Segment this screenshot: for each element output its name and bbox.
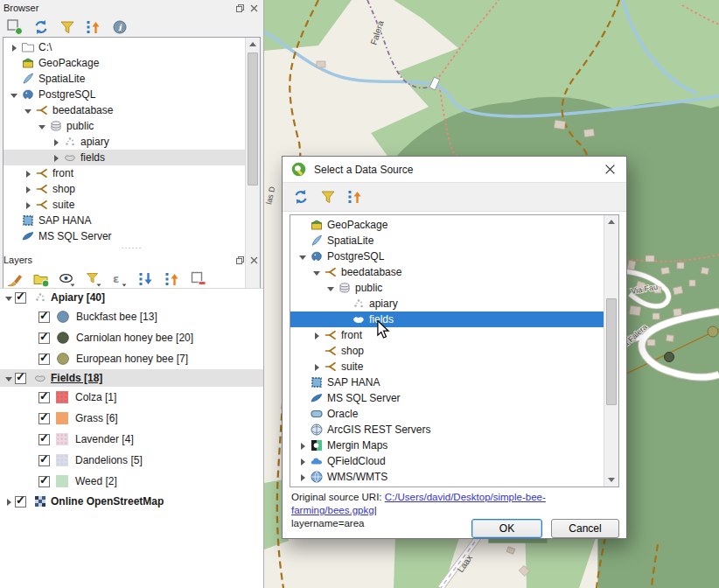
browser-item-postgresql[interactable]: PostgreSQL xyxy=(3,87,245,102)
browser-item-fields[interactable]: fields xyxy=(3,150,245,165)
map-marker-carniolan-bee[interactable] xyxy=(665,353,674,362)
layer-styling-button[interactable] xyxy=(5,270,24,289)
dialog-titlebar[interactable]: Select a Data Source xyxy=(283,157,626,183)
layer-item-european[interactable]: European honey bee [7] xyxy=(0,348,263,369)
layer-checkbox[interactable] xyxy=(38,476,50,487)
source-item-wms-wmts[interactable]: WMS/WMTS xyxy=(290,469,604,485)
layer-item-lavender[interactable]: Lavender [4] xyxy=(0,429,263,450)
chevron-right-icon[interactable] xyxy=(51,152,62,164)
layer-checkbox[interactable] xyxy=(38,332,50,344)
layer-item-carniolan[interactable]: Carniolan honey bee [20] xyxy=(0,327,263,348)
chevron-right-icon[interactable] xyxy=(23,184,34,195)
dialog-scrollbar[interactable] xyxy=(604,215,618,486)
source-item-qfieldcloud[interactable]: QFieldCloud xyxy=(290,453,604,469)
map-themes-button[interactable] xyxy=(58,270,77,289)
refresh-button[interactable] xyxy=(31,18,51,37)
source-item-suite[interactable]: suite xyxy=(290,359,604,374)
layer-checkbox[interactable] xyxy=(38,413,50,424)
source-item-ms-sql-server[interactable]: MS SQL Server xyxy=(290,390,604,406)
float-panel-icon[interactable] xyxy=(234,256,246,265)
expand-all-button[interactable] xyxy=(136,270,156,289)
chevron-down-icon[interactable] xyxy=(311,267,323,278)
remove-layer-button[interactable] xyxy=(189,270,208,289)
browser-item-geopackage[interactable]: GeoPackage xyxy=(3,55,245,71)
layer-checkbox[interactable] xyxy=(38,392,50,403)
source-item-shop[interactable]: shop xyxy=(290,343,604,359)
scrollbar-thumb[interactable] xyxy=(248,52,258,186)
source-item-public[interactable]: public xyxy=(290,280,604,296)
source-item-fields-selected[interactable]: fields xyxy=(290,312,604,327)
chevron-down-icon[interactable] xyxy=(3,373,15,384)
source-item-mergin-maps[interactable]: Mergin Maps xyxy=(290,438,604,453)
chevron-down-icon[interactable] xyxy=(9,89,20,101)
properties-widget-button[interactable] xyxy=(110,18,129,37)
source-item-arcgis[interactable]: ArcGIS REST Servers xyxy=(290,422,604,438)
source-item-sap-hana[interactable]: SAP HANA xyxy=(290,374,604,390)
browser-item-spatialite[interactable]: SpatiaLite xyxy=(3,71,245,87)
source-item-oracle[interactable]: Oracle xyxy=(290,406,604,422)
refresh-button[interactable] xyxy=(291,187,311,206)
collapse-all-button[interactable] xyxy=(84,18,103,37)
close-panel-icon[interactable] xyxy=(248,4,260,13)
source-item-spatialite[interactable]: SpatiaLite xyxy=(290,233,604,248)
filter-legend-button[interactable] xyxy=(84,270,103,289)
filter-button[interactable] xyxy=(318,187,338,206)
chevron-right-icon[interactable] xyxy=(23,168,34,179)
chevron-right-icon[interactable] xyxy=(23,200,34,211)
layer-item-grass[interactable]: Grass [6] xyxy=(0,408,263,429)
source-item-front[interactable]: front xyxy=(290,327,604,343)
close-panel-icon[interactable] xyxy=(248,256,260,265)
filter-browser-button[interactable] xyxy=(58,18,77,37)
layer-checkbox[interactable] xyxy=(38,455,50,466)
panel-splitter[interactable]: ······ xyxy=(0,246,263,252)
source-item-apiary[interactable]: apiary xyxy=(290,296,604,312)
chevron-right-icon[interactable] xyxy=(311,330,323,341)
layer-checkbox[interactable] xyxy=(38,354,50,365)
chevron-down-icon[interactable] xyxy=(37,121,48,132)
chevron-down-icon[interactable] xyxy=(297,251,309,262)
chevron-right-icon[interactable] xyxy=(297,472,309,483)
map-marker-european-bee[interactable] xyxy=(708,326,718,337)
source-item-beedatabase[interactable]: beedatabase xyxy=(290,264,604,280)
chevron-right-icon[interactable] xyxy=(297,440,309,452)
chevron-right-icon[interactable] xyxy=(297,456,309,467)
chevron-down-icon[interactable] xyxy=(3,292,15,304)
chevron-down-icon[interactable] xyxy=(23,105,34,116)
layer-item-osm[interactable]: Online OpenStreetMap xyxy=(0,492,263,511)
layer-item-colza[interactable]: Colza [1] xyxy=(0,387,263,408)
source-item-geopackage[interactable]: GeoPackage xyxy=(290,217,604,233)
scroll-down-icon[interactable] xyxy=(604,473,618,486)
scroll-up-icon[interactable] xyxy=(246,38,260,51)
browser-item-sap-hana[interactable]: SAP HANA xyxy=(3,213,245,228)
collapse-all-button[interactable] xyxy=(163,270,182,289)
layer-item-dandelions[interactable]: Dandelions [5] xyxy=(0,450,263,471)
layer-checkbox[interactable] xyxy=(38,434,50,445)
float-panel-icon[interactable] xyxy=(234,4,246,13)
source-item-postgresql[interactable]: PostgreSQL xyxy=(290,248,604,264)
scrollbar-thumb[interactable] xyxy=(606,298,617,405)
browser-item-suite[interactable]: suite xyxy=(3,197,245,213)
layer-checkbox[interactable] xyxy=(38,312,50,323)
chevron-right-icon[interactable] xyxy=(311,361,323,373)
layer-checkbox[interactable] xyxy=(15,496,26,508)
browser-item-public[interactable]: public xyxy=(3,118,245,134)
browser-item-ms-sql-server[interactable]: MS SQL Server xyxy=(3,228,245,244)
layer-checkbox[interactable] xyxy=(15,292,26,304)
cancel-button[interactable]: Cancel xyxy=(551,519,619,538)
browser-item-beedatabase[interactable]: beedatabase xyxy=(3,102,245,118)
browser-item-apiary[interactable]: apiary xyxy=(3,134,245,150)
layer-group-fields[interactable]: Fields [18] xyxy=(0,369,263,387)
chevron-right-icon[interactable] xyxy=(3,496,15,508)
add-group-button[interactable] xyxy=(31,270,51,289)
chevron-right-icon[interactable] xyxy=(9,42,20,53)
chevron-down-icon[interactable] xyxy=(325,283,337,294)
dialog-close-icon[interactable] xyxy=(602,162,618,178)
layer-item-weed[interactable]: Weed [2] xyxy=(0,471,263,492)
scroll-up-icon[interactable] xyxy=(604,215,618,228)
layer-checkbox[interactable] xyxy=(15,373,26,384)
add-selected-layers-button[interactable] xyxy=(5,18,24,37)
browser-item-c-drive[interactable]: C:\ xyxy=(3,39,245,55)
layer-group-apiary[interactable]: Apiary [40] xyxy=(0,289,263,306)
collapse-all-button[interactable] xyxy=(346,187,365,206)
layer-item-buckfast[interactable]: Buckfast bee [13] xyxy=(0,306,263,327)
